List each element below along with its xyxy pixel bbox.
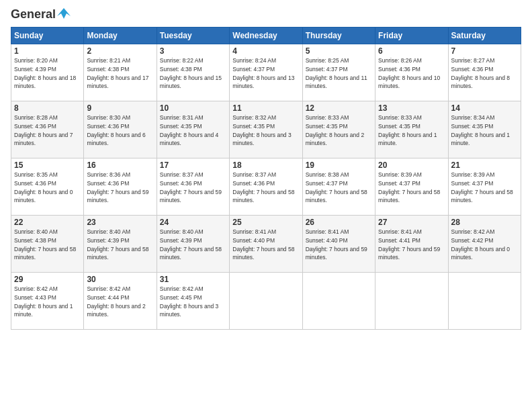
day-number: 14 <box>451 103 518 113</box>
calendar-cell: 30Sunrise: 8:42 AMSunset: 4:44 PMDayligh… <box>84 272 157 329</box>
day-info: Sunrise: 8:41 AMSunset: 4:40 PMDaylight:… <box>232 228 294 261</box>
calendar-cell: 25Sunrise: 8:41 AMSunset: 4:40 PMDayligh… <box>230 215 302 272</box>
day-number: 28 <box>451 218 518 227</box>
day-info: Sunrise: 8:42 AMSunset: 4:42 PMDaylight:… <box>451 228 510 261</box>
day-number: 22 <box>14 218 81 227</box>
calendar-cell: 5Sunrise: 8:25 AMSunset: 4:37 PMDaylight… <box>302 44 375 101</box>
calendar-week-4: 22Sunrise: 8:40 AMSunset: 4:38 PMDayligh… <box>11 215 521 272</box>
day-number: 20 <box>378 161 445 170</box>
calendar-week-5: 29Sunrise: 8:42 AMSunset: 4:43 PMDayligh… <box>11 272 521 329</box>
day-number: 13 <box>378 103 445 113</box>
calendar-cell: 24Sunrise: 8:40 AMSunset: 4:39 PMDayligh… <box>157 215 229 272</box>
logo-text: General <box>11 8 56 21</box>
calendar-cell: 22Sunrise: 8:40 AMSunset: 4:38 PMDayligh… <box>11 215 84 272</box>
day-info: Sunrise: 8:42 AMSunset: 4:45 PMDaylight:… <box>160 285 218 318</box>
day-info: Sunrise: 8:42 AMSunset: 4:43 PMDaylight:… <box>14 285 73 318</box>
calendar-cell: 9Sunrise: 8:30 AMSunset: 4:36 PMDaylight… <box>84 101 157 158</box>
day-info: Sunrise: 8:36 AMSunset: 4:36 PMDaylight:… <box>87 171 148 204</box>
calendar-week-1: 1Sunrise: 8:20 AMSunset: 4:39 PMDaylight… <box>11 44 521 101</box>
column-header-wednesday: Wednesday <box>230 27 302 44</box>
calendar-cell: 29Sunrise: 8:42 AMSunset: 4:43 PMDayligh… <box>11 272 84 329</box>
calendar-cell: 31Sunrise: 8:42 AMSunset: 4:45 PMDayligh… <box>157 272 229 329</box>
day-info: Sunrise: 8:32 AMSunset: 4:35 PMDaylight:… <box>232 114 291 147</box>
day-number: 8 <box>14 103 81 113</box>
day-number: 7 <box>451 46 518 56</box>
day-info: Sunrise: 8:42 AMSunset: 4:44 PMDaylight:… <box>87 285 145 318</box>
day-number: 26 <box>306 218 372 227</box>
svg-marker-0 <box>57 8 71 19</box>
day-info: Sunrise: 8:37 AMSunset: 4:36 PMDaylight:… <box>160 171 222 204</box>
calendar-week-2: 8Sunrise: 8:28 AMSunset: 4:36 PMDaylight… <box>11 101 521 158</box>
day-number: 12 <box>306 103 372 113</box>
calendar-cell: 26Sunrise: 8:41 AMSunset: 4:40 PMDayligh… <box>302 215 375 272</box>
column-header-tuesday: Tuesday <box>157 27 229 44</box>
day-info: Sunrise: 8:40 AMSunset: 4:39 PMDaylight:… <box>87 228 148 261</box>
day-number: 27 <box>378 218 445 227</box>
day-number: 23 <box>87 218 153 227</box>
day-info: Sunrise: 8:27 AMSunset: 4:36 PMDaylight:… <box>451 57 510 90</box>
day-info: Sunrise: 8:37 AMSunset: 4:36 PMDaylight:… <box>232 171 294 204</box>
page: General SundayMondayTuesdayWednesdayThur… <box>0 0 532 411</box>
calendar-cell: 4Sunrise: 8:24 AMSunset: 4:37 PMDaylight… <box>230 44 302 101</box>
day-number: 29 <box>14 275 81 284</box>
day-info: Sunrise: 8:25 AMSunset: 4:37 PMDaylight:… <box>306 57 367 90</box>
day-info: Sunrise: 8:40 AMSunset: 4:39 PMDaylight:… <box>160 228 222 261</box>
day-number: 10 <box>160 103 226 113</box>
header: General <box>11 8 521 21</box>
day-number: 4 <box>232 46 299 56</box>
calendar-cell: 8Sunrise: 8:28 AMSunset: 4:36 PMDaylight… <box>11 101 84 158</box>
calendar-cell: 1Sunrise: 8:20 AMSunset: 4:39 PMDaylight… <box>11 44 84 101</box>
calendar-cell <box>375 272 448 329</box>
calendar-cell: 14Sunrise: 8:34 AMSunset: 4:35 PMDayligh… <box>448 101 521 158</box>
calendar-cell: 12Sunrise: 8:33 AMSunset: 4:35 PMDayligh… <box>302 101 375 158</box>
calendar-cell: 17Sunrise: 8:37 AMSunset: 4:36 PMDayligh… <box>157 158 229 215</box>
day-number: 15 <box>14 161 81 170</box>
column-header-thursday: Thursday <box>302 27 375 44</box>
day-number: 2 <box>87 46 153 56</box>
calendar-cell: 15Sunrise: 8:35 AMSunset: 4:36 PMDayligh… <box>11 158 84 215</box>
day-info: Sunrise: 8:40 AMSunset: 4:38 PMDaylight:… <box>14 228 76 261</box>
day-number: 1 <box>14 46 81 56</box>
calendar-cell: 20Sunrise: 8:39 AMSunset: 4:37 PMDayligh… <box>375 158 448 215</box>
calendar-cell: 6Sunrise: 8:26 AMSunset: 4:36 PMDaylight… <box>375 44 448 101</box>
calendar-cell <box>448 272 521 329</box>
logo: General <box>11 8 71 21</box>
calendar-cell: 19Sunrise: 8:38 AMSunset: 4:37 PMDayligh… <box>302 158 375 215</box>
day-number: 9 <box>87 103 153 113</box>
calendar-header-row: SundayMondayTuesdayWednesdayThursdayFrid… <box>11 27 521 44</box>
calendar-cell: 2Sunrise: 8:21 AMSunset: 4:38 PMDaylight… <box>84 44 157 101</box>
day-info: Sunrise: 8:39 AMSunset: 4:37 PMDaylight:… <box>378 171 440 204</box>
day-info: Sunrise: 8:22 AMSunset: 4:38 PMDaylight:… <box>160 57 222 90</box>
day-info: Sunrise: 8:21 AMSunset: 4:38 PMDaylight:… <box>87 57 148 90</box>
day-number: 16 <box>87 161 153 170</box>
calendar-week-3: 15Sunrise: 8:35 AMSunset: 4:36 PMDayligh… <box>11 158 521 215</box>
calendar-cell: 16Sunrise: 8:36 AMSunset: 4:36 PMDayligh… <box>84 158 157 215</box>
logo-bird-icon <box>57 7 71 20</box>
day-number: 6 <box>378 46 445 56</box>
calendar-cell: 7Sunrise: 8:27 AMSunset: 4:36 PMDaylight… <box>448 44 521 101</box>
calendar-cell: 27Sunrise: 8:41 AMSunset: 4:41 PMDayligh… <box>375 215 448 272</box>
day-number: 30 <box>87 275 153 284</box>
day-info: Sunrise: 8:38 AMSunset: 4:37 PMDaylight:… <box>306 171 367 204</box>
calendar-cell: 3Sunrise: 8:22 AMSunset: 4:38 PMDaylight… <box>157 44 229 101</box>
day-info: Sunrise: 8:28 AMSunset: 4:36 PMDaylight:… <box>14 114 73 147</box>
day-info: Sunrise: 8:24 AMSunset: 4:37 PMDaylight:… <box>232 57 294 90</box>
day-info: Sunrise: 8:26 AMSunset: 4:36 PMDaylight:… <box>378 57 440 90</box>
day-info: Sunrise: 8:20 AMSunset: 4:39 PMDaylight:… <box>14 57 76 90</box>
day-info: Sunrise: 8:33 AMSunset: 4:35 PMDaylight:… <box>378 114 437 147</box>
column-header-saturday: Saturday <box>448 27 521 44</box>
calendar-cell: 28Sunrise: 8:42 AMSunset: 4:42 PMDayligh… <box>448 215 521 272</box>
calendar-cell <box>230 272 302 329</box>
column-header-sunday: Sunday <box>11 27 84 44</box>
day-info: Sunrise: 8:30 AMSunset: 4:36 PMDaylight:… <box>87 114 145 147</box>
calendar-cell: 13Sunrise: 8:33 AMSunset: 4:35 PMDayligh… <box>375 101 448 158</box>
day-number: 25 <box>232 218 299 227</box>
day-info: Sunrise: 8:41 AMSunset: 4:41 PMDaylight:… <box>378 228 440 261</box>
calendar-cell: 18Sunrise: 8:37 AMSunset: 4:36 PMDayligh… <box>230 158 302 215</box>
day-info: Sunrise: 8:39 AMSunset: 4:37 PMDaylight:… <box>451 171 513 204</box>
day-number: 3 <box>160 46 226 56</box>
day-number: 19 <box>306 161 372 170</box>
calendar-cell: 10Sunrise: 8:31 AMSunset: 4:35 PMDayligh… <box>157 101 229 158</box>
day-info: Sunrise: 8:41 AMSunset: 4:40 PMDaylight:… <box>306 228 367 261</box>
calendar-cell: 23Sunrise: 8:40 AMSunset: 4:39 PMDayligh… <box>84 215 157 272</box>
